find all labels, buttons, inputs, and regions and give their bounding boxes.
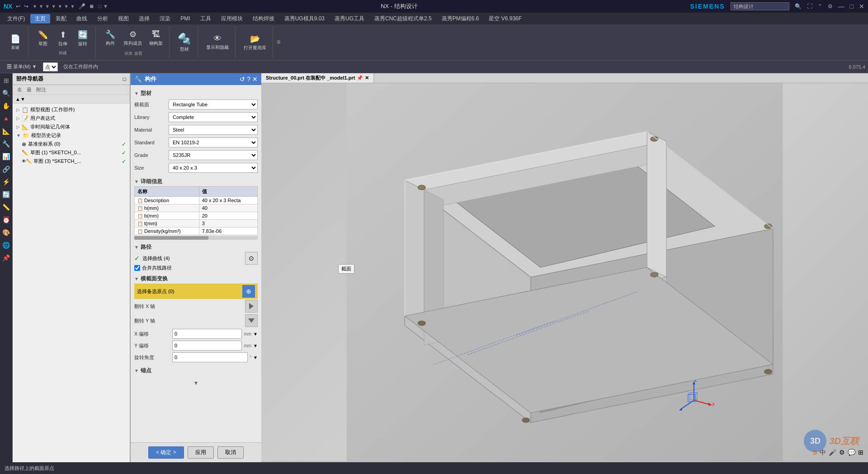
cross-section-select[interactable]: Rectangle Tube Circle Tube I-Beam [169, 100, 258, 109]
sidebar-icon-1[interactable]: ⊞ [1, 75, 12, 86]
standard-select[interactable]: EN 10219-2 DIN [169, 137, 258, 147]
path-section-header[interactable]: ▼ 路径 [134, 242, 258, 252]
select-curves-label[interactable]: 选择曲线 (4) [142, 255, 242, 262]
sidebar-icon-15[interactable]: 📌 [1, 252, 12, 263]
open-btn[interactable]: 📂 打开重用库 [241, 33, 269, 52]
steel-frame-btn[interactable]: 🏗钢构架 [146, 28, 165, 48]
menu-select[interactable]: 选择 [134, 14, 154, 24]
menu-weld[interactable]: 结构焊接 [248, 14, 279, 24]
grade-select[interactable]: S235JR S275JR [169, 150, 258, 160]
apply-btn[interactable]: 应用 [188, 446, 214, 459]
extrude-btn[interactable]: ⬆拉伸 [54, 28, 72, 48]
rotate-angle-input[interactable] [172, 352, 248, 362]
expand-icon[interactable]: ⛶ [807, 3, 812, 9]
x-unit-dropdown[interactable]: ▼ [253, 332, 258, 337]
new-btn[interactable]: 📄 新建 [6, 33, 24, 52]
dialog-close-btn[interactable]: ✕ [252, 76, 258, 83]
add-btn[interactable]: 添加 [124, 51, 132, 57]
menu-curve[interactable]: 曲线 [72, 14, 92, 24]
type-section-header[interactable]: ▼ 型材 [134, 89, 258, 98]
component-btn[interactable]: 🔧构件 [101, 28, 119, 48]
menu-appmod[interactable]: 应用模块 [217, 14, 247, 24]
menu-pm[interactable]: 蒸秀PM编程6.6 [437, 14, 484, 24]
menu-file[interactable]: 文件(F) [3, 14, 29, 24]
menu-analysis[interactable]: 分析 [93, 14, 113, 24]
menu-view[interactable]: 视图 [113, 14, 133, 24]
select-origin-label[interactable]: 选择备选原点 (0) [137, 288, 175, 295]
ok-btn[interactable]: < 确定 > [148, 446, 184, 459]
menu-toggle[interactable]: ☰ 菜单(M) ▼ [3, 62, 41, 71]
viewport[interactable]: Z X 截面 [261, 83, 868, 461]
sidebar-icon-5[interactable]: 📐 [1, 126, 12, 137]
nav-tool-2[interactable]: 最 [25, 86, 33, 94]
transform-header[interactable]: ▼ 横截面变换 [134, 274, 258, 284]
tree-item-non-temporal[interactable]: ▷ 📐 非时间敲记几何体 [14, 123, 128, 131]
menu-render[interactable]: 渲染 [155, 14, 175, 24]
show-hide-btn[interactable]: 👁 显示和隐藏 [203, 33, 231, 52]
sidebar-icon-11[interactable]: 📏 [1, 202, 12, 213]
search-icon[interactable]: 🔍 [795, 3, 802, 9]
sidebar-icon-10[interactable]: 🔄 [1, 189, 12, 200]
minimize-btn[interactable]: — [838, 3, 844, 10]
anchor-header[interactable]: ▼ 锚点 [134, 366, 258, 375]
sidebar-icon-6[interactable]: 🔧 [1, 138, 12, 149]
sidebar-icon-13[interactable]: 🎨 [1, 227, 12, 238]
sidebar-icon-3[interactable]: ✋ [1, 100, 12, 111]
maximize-btn[interactable]: □ [850, 3, 854, 10]
y-offset-input[interactable] [172, 341, 242, 351]
nav-expand-btn[interactable]: □ [123, 76, 126, 82]
nav-tool-1[interactable]: 名 [15, 86, 24, 94]
tree-item-sketch-1[interactable]: ✏️ 草图 (1) *SKETCH_0... ✓ [20, 148, 128, 157]
sidebar-icon-8[interactable]: 🔗 [1, 164, 12, 175]
menu-tools[interactable]: 工具 [196, 14, 216, 24]
menu-home[interactable]: 主页 [30, 14, 50, 24]
rotate-x-btn[interactable] [245, 300, 258, 313]
menu-ug-mold[interactable]: 蒸秀UG模具9.03 [280, 14, 329, 24]
revolve-btn[interactable]: 🔄旋转 [74, 28, 92, 48]
menu-cnc[interactable]: 蒸秀CNC超级程式单2.5 [370, 14, 436, 24]
settings-icon[interactable]: ⚙ [828, 3, 833, 9]
sidebar-icon-9[interactable]: ⚡ [1, 176, 12, 187]
close-btn[interactable]: ✕ [859, 3, 864, 10]
sidebar-icon-7[interactable]: 📊 [1, 151, 12, 162]
nav-tool-3[interactable]: 附注 [34, 86, 48, 94]
chevron-up-icon[interactable]: ⌃ [818, 3, 822, 9]
menu-ug-tools[interactable]: 蒸秀UG工具 [330, 14, 369, 24]
material-select[interactable]: Steel Aluminum [169, 125, 258, 135]
search-input[interactable] [731, 2, 789, 10]
sidebar-icon-2[interactable]: 🔍 [1, 88, 12, 99]
tree-item-datum[interactable]: ⊕ 基准坐标系 (0) ✓ [20, 140, 128, 148]
library-select[interactable]: Complete Standard [169, 112, 258, 122]
y-unit-dropdown[interactable]: ▼ [253, 343, 258, 348]
menu-assembly[interactable]: 装配 [51, 14, 71, 24]
sidebar-icon-14[interactable]: 🌐 [1, 240, 12, 251]
menu-star[interactable]: 星空 V6.936F [484, 14, 526, 24]
view-tab-main[interactable]: Structure_00.prt 在装配中 _model1.prt 📌 ✕ [261, 73, 374, 83]
redo-btn[interactable]: ↪ [24, 3, 28, 9]
undo-btn[interactable]: ↩ [16, 3, 20, 9]
sidebar-icon-4[interactable]: 🔺 [1, 113, 12, 124]
material-btn[interactable]: 🔩 型材 [175, 31, 194, 54]
tree-item-history[interactable]: ▼ 📁 模型历史记录 [14, 131, 128, 140]
assembly-member-btn[interactable]: ⚙阵列成员 [121, 28, 145, 48]
merge-checkbox[interactable] [134, 265, 140, 271]
place-btn[interactable]: 放置 [134, 51, 142, 57]
path-select-btn[interactable]: ⊙ [245, 252, 258, 265]
rotate-y-btn[interactable] [245, 314, 258, 327]
sidebar-icon-12[interactable]: ⏰ [1, 214, 12, 225]
sketch-btn[interactable]: ✏️草图 [34, 28, 52, 48]
tree-item-user-expr[interactable]: ▷ 📝 用户表达式 [14, 114, 128, 123]
dialog-help-btn[interactable]: ? [247, 76, 250, 83]
menu-pmi[interactable]: PMI [176, 14, 194, 23]
details-scrollbar[interactable] [134, 236, 258, 240]
angle-unit-dropdown[interactable]: ▼ [253, 355, 258, 360]
cancel-btn[interactable]: 取消 [217, 446, 244, 459]
size-select[interactable]: 40 x 20 x 3 50 x 30 x 3 [169, 163, 258, 173]
tree-item-sketch-3[interactable]: 👁✏️ 草图 (3) *SKETCH_... ✓ [20, 157, 128, 166]
origin-select-btn[interactable]: ⊕ [242, 285, 255, 298]
view-tab-close[interactable]: ✕ [365, 75, 369, 81]
filter-select[interactable]: 点 线 [43, 62, 58, 71]
details-section-header[interactable]: ▼ 详细信息 [134, 177, 258, 186]
dialog-refresh-btn[interactable]: ↺ [240, 76, 245, 83]
tree-item-model-view[interactable]: ▷ 📋 模型视图 (工作部件) [14, 105, 128, 114]
